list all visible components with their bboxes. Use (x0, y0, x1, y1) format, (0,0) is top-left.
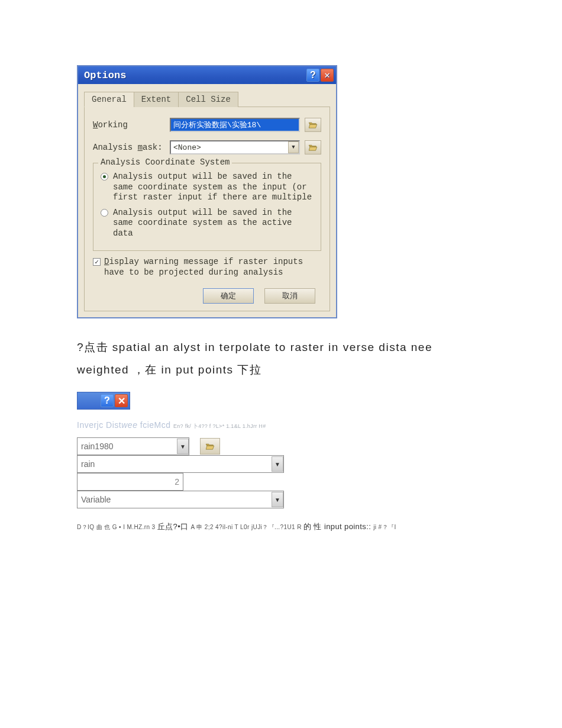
working-label: Working (93, 120, 170, 130)
idw-form: rain1980 ▼ rain ▼ 2 Variable ▼ (77, 437, 284, 508)
mini-titlebar: ? ✕ (77, 392, 130, 410)
working-browse-button[interactable] (305, 118, 321, 132)
mask-label: Analysis mask: (93, 143, 170, 152)
chevron-down-icon: ▼ (177, 439, 189, 454)
options-dialog: Options ? ✕ General Extent Cell Size Wor… (77, 65, 337, 318)
close-button[interactable]: ✕ (115, 394, 128, 407)
coord-group-label: Analysis Coordinate System (98, 157, 232, 167)
chevron-down-icon: ▼ (272, 492, 283, 507)
working-input[interactable]: 间分析实验数据\实验18\ (170, 118, 300, 132)
help-button[interactable]: ? (101, 394, 114, 407)
coord-radio-input-label: Analysis output will be saved in the sam… (113, 172, 314, 203)
input-points-browse-button[interactable] (200, 438, 220, 455)
tab-cell-size[interactable]: Cell Size (178, 92, 238, 107)
tab-general[interactable]: General (84, 92, 134, 107)
coord-radio-active[interactable] (101, 209, 108, 217)
tabs: General Extent Cell Size (84, 91, 330, 107)
z-field-select[interactable]: rain ▼ (77, 455, 284, 473)
warning-label: Display warning message if raster inputs… (104, 257, 321, 278)
dialog-title: Options (84, 70, 305, 81)
coord-system-group: Analysis Coordinate System Analysis outp… (93, 163, 321, 251)
chevron-down-icon: ▼ (272, 456, 283, 472)
help-button[interactable]: ? (306, 69, 319, 82)
idw-heading: Inverjc Distwee fcieMcd En? fk/ 卜4?? f ?… (77, 420, 485, 430)
tab-extent[interactable]: Extent (134, 92, 179, 107)
coord-radio-input[interactable] (101, 173, 108, 181)
ok-button[interactable]: 确定 (203, 288, 254, 304)
cancel-button[interactable]: 取消 (264, 288, 315, 304)
power-input[interactable]: 2 (77, 473, 183, 491)
search-radius-select[interactable]: Variable ▼ (77, 491, 284, 508)
folder-open-icon (205, 443, 215, 450)
folder-open-icon (308, 144, 318, 151)
folder-open-icon (308, 121, 318, 128)
mask-browse-button[interactable] (305, 140, 321, 154)
footnote-text: D？IQ 曲 也 G • I M.HZ.rn 3 丘点?•口 A 申 2;2 4… (77, 521, 485, 532)
close-button[interactable]: ✕ (321, 69, 334, 82)
coord-radio-active-label: Analysis output will be saved in the sam… (113, 208, 314, 239)
mask-select[interactable]: <None> ▼ (170, 140, 300, 154)
input-points-select[interactable]: rain1980 ▼ (77, 437, 189, 455)
chevron-down-icon: ▼ (288, 141, 299, 153)
tab-panel-general: Working 间分析实验数据\实验18\ Analysis mask: <No… (84, 107, 330, 311)
instruction-text: ?点击 spatial an alyst in terpolate to ras… (77, 336, 485, 381)
warning-checkbox[interactable]: ✓ (93, 258, 101, 266)
titlebar[interactable]: Options ? ✕ (78, 66, 336, 84)
